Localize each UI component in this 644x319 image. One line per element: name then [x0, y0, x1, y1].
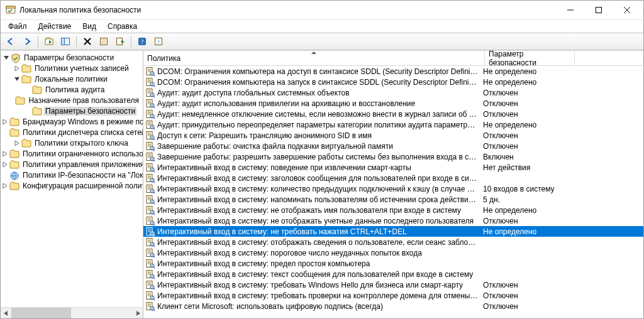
policy-row[interactable]: DCOM: Ограничения компьютера на запуск в…	[143, 77, 643, 87]
horizontal-scrollbar[interactable]	[1, 307, 143, 318]
policy-row[interactable]: Интерактивный вход в систему: текст сооб…	[143, 269, 643, 279]
svg-rect-9	[62, 38, 65, 45]
policy-row[interactable]: Интерактивный вход в систему: требовать …	[143, 290, 643, 301]
policy-name: Аудит: аудит доступа глобальных системны…	[157, 89, 482, 97]
policy-name: Интерактивный вход в систему: не отображ…	[157, 206, 482, 215]
policy-name: Аудит: немедленное отключение системы, е…	[157, 110, 482, 119]
folder-icon	[9, 117, 19, 126]
help-button[interactable]: ?	[151, 34, 166, 49]
policy-row[interactable]: Интерактивный вход в систему: отображать…	[143, 237, 643, 247]
policy-row[interactable]: Завершение работы: очистка файла подкачк…	[143, 141, 643, 151]
svg-marker-24	[14, 77, 19, 81]
folder-icon	[21, 75, 31, 84]
svg-line-170	[153, 310, 155, 311]
expand-icon[interactable]	[1, 181, 9, 190]
svg-line-62	[153, 117, 155, 119]
tree[interactable]: Параметры безопасностиПолитики учетных з…	[1, 51, 143, 307]
menu-bar: Файл Действие Вид Справка	[1, 20, 643, 33]
svg-marker-32	[136, 311, 140, 316]
column-header-policy[interactable]: Политика	[143, 51, 485, 65]
maximize-button[interactable]	[584, 1, 613, 19]
svg-rect-75	[147, 142, 152, 149]
tree-item[interactable]: Конфигурация расширенной полит	[1, 180, 143, 191]
list-body[interactable]: DCOM: Ограничения компьютера на доступ в…	[143, 66, 643, 318]
folder-icon	[32, 85, 42, 94]
policy-row[interactable]: Интерактивный вход в систему: требовать …	[143, 279, 643, 290]
scroll-right-button[interactable]	[132, 308, 143, 318]
tree-item[interactable]: Политики IP-безопасности на "Лока	[1, 170, 143, 180]
policy-value: Отключен	[482, 291, 643, 300]
policy-icon	[145, 248, 155, 258]
policy-row[interactable]: Аудит: принудительно переопределяет пара…	[143, 119, 643, 130]
back-button[interactable]	[3, 34, 18, 49]
expand-icon[interactable]	[13, 139, 21, 148]
tree-item[interactable]: Политики открытого ключа	[1, 138, 143, 148]
scroll-thumb[interactable]	[11, 308, 71, 318]
svg-rect-57	[147, 110, 152, 117]
policy-row[interactable]: DCOM: Ограничения компьютера на доступ в…	[143, 66, 643, 77]
expand-icon[interactable]	[1, 149, 9, 158]
scroll-left-button[interactable]	[1, 308, 11, 318]
close-button[interactable]	[613, 1, 641, 19]
tree-item[interactable]: Политика аудита	[1, 84, 143, 95]
svg-rect-147	[147, 270, 152, 278]
policy-row[interactable]: Интерактивный вход в систему: не отображ…	[143, 205, 643, 215]
svg-line-74	[153, 139, 155, 140]
policy-row[interactable]: Аудит: немедленное отключение системы, е…	[143, 109, 643, 119]
tree-item[interactable]: Политики управления приложения	[1, 159, 143, 170]
policy-value: Не определено	[482, 206, 643, 215]
expand-icon[interactable]	[1, 160, 9, 169]
refresh-button[interactable]: ?	[135, 34, 150, 49]
tree-item[interactable]: Назначение прав пользователя	[1, 95, 143, 105]
tree-item[interactable]: Политики учетных записей	[1, 63, 143, 73]
policy-row[interactable]: Интерактивный вход в систему: не требова…	[143, 226, 643, 237]
policy-row[interactable]: Интерактивный вход в систему: заголовок …	[143, 173, 643, 183]
tree-item[interactable]: Локальные политики	[1, 73, 143, 84]
title-bar: Локальная политика безопасности	[1, 1, 643, 20]
menu-view[interactable]: Вид	[77, 21, 101, 32]
tree-item[interactable]: Политики ограниченного использо	[1, 148, 143, 159]
delete-button[interactable]	[80, 34, 95, 49]
tree-item[interactable]: Параметры безопасности	[1, 52, 143, 63]
collapse-icon[interactable]	[2, 53, 11, 62]
show-hide-tree-button[interactable]	[58, 34, 73, 49]
policy-row[interactable]: Интерактивный вход в систему: не отображ…	[143, 215, 643, 226]
policy-row[interactable]: Интерактивный вход в систему: поведение …	[143, 162, 643, 173]
svg-rect-81	[147, 153, 152, 160]
policy-row[interactable]: Интерактивный вход в систему: напоминать…	[143, 194, 643, 205]
export-button[interactable]	[113, 34, 128, 49]
policy-row[interactable]: Аудит: аудит использования привилегии на…	[143, 98, 643, 109]
expand-icon[interactable]	[1, 117, 9, 126]
policy-row[interactable]: Интерактивный вход в систему: количество…	[143, 183, 643, 194]
column-header-security[interactable]: Параметр безопасности	[485, 51, 575, 65]
policy-value: 5 дн.	[482, 195, 643, 204]
svg-line-158	[153, 288, 155, 289]
svg-text:?: ?	[141, 38, 144, 45]
tree-item[interactable]: Политики диспетчера списка сетей	[1, 127, 143, 138]
expand-icon[interactable]	[13, 64, 21, 73]
minimize-button[interactable]	[556, 1, 584, 19]
policy-icon	[145, 291, 155, 301]
properties-button[interactable]	[96, 34, 111, 49]
forward-button[interactable]	[19, 34, 35, 49]
expander-placeholder	[1, 171, 9, 180]
window-title: Локальная политика безопасности	[19, 6, 141, 14]
svg-line-110	[153, 203, 155, 204]
menu-file[interactable]: Файл	[3, 21, 32, 32]
tree-item[interactable]: Параметры безопасности	[1, 105, 143, 116]
policy-row[interactable]: Интерактивный вход в систему: пороговое …	[143, 247, 643, 258]
collapse-icon[interactable]	[13, 75, 21, 84]
menu-action[interactable]: Действие	[33, 21, 77, 32]
scroll-track[interactable]	[11, 308, 132, 318]
up-button[interactable]	[42, 34, 57, 49]
tree-item[interactable]: Брандмауэр Windows в режиме пов	[1, 116, 143, 127]
policy-row[interactable]: Аудит: аудит доступа глобальных системны…	[143, 87, 643, 98]
expander-placeholder	[23, 85, 32, 94]
policy-row[interactable]: Завершение работы: разрешить завершение …	[143, 151, 643, 162]
policy-row[interactable]: Клиент сети Microsoft: использовать цифр…	[143, 301, 643, 311]
menu-help[interactable]: Справка	[103, 21, 142, 32]
policy-row[interactable]: Интерактивный вход в систему: предел про…	[143, 258, 643, 269]
tree-item-label: Конфигурация расширенной полит	[23, 181, 143, 190]
svg-rect-123	[147, 227, 152, 235]
policy-row[interactable]: Доступ к сети: Разрешить трансляцию анон…	[143, 130, 643, 141]
